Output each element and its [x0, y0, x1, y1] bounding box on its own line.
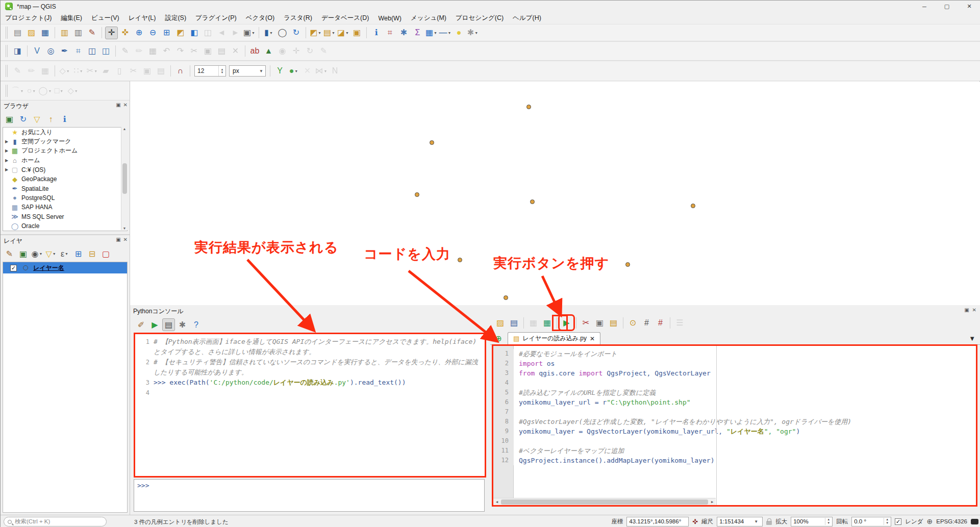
menu-データベースD[interactable]: データベース(D) — [317, 12, 374, 24]
vertex-tool-button[interactable]: ∷▼ — [72, 65, 85, 78]
add-vector-layer-button[interactable]: V — [31, 45, 43, 58]
field-calculator-button[interactable]: ⌗ — [384, 27, 396, 39]
paste-feature-button[interactable]: ▤ — [155, 65, 167, 78]
editor-tab-active[interactable]: ▤ レイヤーの読み込み.py ✕ — [508, 332, 600, 344]
locator-search-input[interactable]: 検索(Ctrl + K) — [4, 517, 107, 526]
statistical-summary-button[interactable]: Σ — [411, 27, 424, 39]
layer-row[interactable]: ✓ レイヤー名 — [3, 262, 127, 273]
layer-labeling-button[interactable]: ab — [248, 45, 261, 58]
select-features-button[interactable]: ◩▼ — [309, 27, 322, 39]
chevron-down-icon[interactable]: ▼ — [65, 252, 68, 256]
attribute-table-button[interactable]: ▦▼ — [425, 27, 438, 39]
new-bookmark-button[interactable]: ▮▼ — [262, 27, 275, 39]
menu-編集E[interactable]: 編集(E) — [56, 12, 87, 24]
collapse-all-button[interactable]: ⊟ — [86, 247, 98, 260]
paste-features-button[interactable]: ▤ — [215, 45, 228, 58]
maximize-button[interactable]: ▢ — [936, 1, 958, 12]
current-edits-button[interactable]: ✎ — [119, 45, 132, 58]
remove-layer-button[interactable]: ▢ — [99, 247, 112, 260]
layer-diagram-button[interactable]: ▲ — [262, 45, 275, 58]
ellipse-shape-button[interactable]: ◯▼ — [39, 85, 52, 97]
style-manager-button[interactable]: ✎ — [86, 27, 98, 39]
messages-balloon-icon[interactable] — [971, 519, 978, 524]
extent-toggle-icon[interactable]: ✜ — [692, 518, 698, 525]
deselect-all-button[interactable]: ◪▼ — [337, 27, 349, 39]
filter-legend-button[interactable]: ▽▼ — [44, 247, 57, 260]
copy-feature-button[interactable]: ▣ — [141, 65, 154, 78]
pan-to-selection-button[interactable]: ✜ — [119, 27, 132, 39]
chevron-down-icon[interactable]: ▼ — [66, 69, 70, 73]
toolbar-grip[interactable] — [6, 45, 9, 57]
cut-text-button[interactable]: ✂ — [580, 316, 592, 329]
chevron-down-icon[interactable]: ▼ — [74, 89, 78, 93]
layers-close-button[interactable]: ✕ — [123, 237, 128, 242]
chevron-down-icon[interactable]: ▼ — [754, 519, 760, 524]
chevron-down-icon[interactable]: ▼ — [252, 31, 255, 35]
browser-item-SpatiaLite[interactable]: ✒SpatiaLite — [3, 184, 127, 193]
pan-map-button[interactable]: ✛ — [105, 27, 118, 39]
add-postgis-layer-button[interactable]: ◫ — [86, 45, 98, 58]
current-edits-2-button[interactable]: ✎ — [11, 65, 24, 78]
zoom-in-button[interactable]: ⊕ — [133, 27, 145, 39]
clear-console-button[interactable]: ✐ — [135, 318, 147, 331]
processing-toolbox-button[interactable]: ✱ — [397, 27, 410, 39]
paste-text-button[interactable]: ▤ — [607, 316, 620, 329]
snapping-type-button[interactable]: Y — [273, 65, 286, 78]
refresh-browser-button[interactable]: ↻ — [17, 113, 30, 126]
pin-labels-button[interactable]: ◉ — [276, 45, 289, 58]
rectangle-shape-button[interactable]: □▼ — [53, 85, 65, 97]
copy-text-button[interactable]: ▣ — [593, 316, 606, 329]
filter-by-expression-button[interactable]: ε▼ — [58, 247, 71, 260]
toolbar-grip[interactable] — [6, 65, 9, 77]
temporal-controller-button[interactable]: ◯ — [276, 27, 289, 39]
chevron-down-icon[interactable]: ▼ — [94, 69, 97, 73]
console-close-button[interactable]: ✕ — [972, 307, 976, 313]
zoom-next-button[interactable]: ► — [229, 27, 242, 39]
console-options-button[interactable]: ✱ — [176, 318, 189, 331]
save-edits-button[interactable]: ▦ — [39, 65, 52, 78]
move-label-button[interactable]: ✛ — [290, 45, 303, 58]
open-data-source-manager-button[interactable]: ◨ — [11, 45, 24, 58]
spin-arrows-icon[interactable]: ▲▼ — [825, 518, 830, 524]
collapse-all-browser-button[interactable]: ↑ — [44, 113, 57, 126]
chevron-down-icon[interactable]: ▼ — [318, 31, 321, 35]
delete-selected-button[interactable]: ✕ — [229, 45, 242, 58]
add-delimited-text-layer-button[interactable]: ⌗ — [72, 45, 85, 58]
browser-item-GeoPackage[interactable]: ◆GeoPackage — [3, 174, 127, 184]
zoom-to-selection-button[interactable]: ◩ — [174, 27, 187, 39]
select-features-by-value-button[interactable]: ▤▼ — [323, 27, 336, 39]
browser-close-button[interactable]: ✕ — [123, 102, 128, 108]
menu-ラスタR[interactable]: ラスタ(R) — [279, 12, 317, 24]
redo-button[interactable]: ↷ — [174, 45, 187, 58]
render-checkbox[interactable]: ✓ — [895, 518, 901, 525]
zoom-native-button[interactable]: ◫ — [202, 27, 214, 39]
run-script-button[interactable]: ▶ — [560, 316, 573, 329]
select-all-button[interactable]: ▣ — [350, 27, 363, 39]
chevron-down-icon[interactable]: ▼ — [32, 89, 36, 93]
scroll-down-icon[interactable]: ▼ — [123, 227, 127, 230]
open-project-button[interactable]: ▨ — [25, 27, 38, 39]
tab-close-icon[interactable]: ✕ — [590, 335, 595, 342]
stream-digitizing-button[interactable]: N — [329, 65, 341, 78]
browser-item-ホーム[interactable]: ▶⌂ホーム — [3, 156, 127, 165]
add-selected-layers-button[interactable]: ▣ — [3, 113, 16, 126]
console-help-button[interactable]: ? — [190, 318, 203, 331]
browser-item-PostgreSQL[interactable]: ●PostgreSQL — [3, 193, 127, 203]
chevron-down-icon[interactable]: ▼ — [269, 31, 273, 35]
circular-string-button[interactable]: ⌒▼ — [11, 85, 24, 97]
tracing-button[interactable]: ⋈▼ — [315, 65, 328, 78]
regular-polygon-button[interactable]: ◇▼ — [66, 85, 79, 97]
expand-caret-icon[interactable]: ▶ — [3, 139, 10, 144]
chevron-down-icon[interactable]: ▼ — [80, 69, 83, 73]
menu-プロジェクトJ[interactable]: プロジェクト(J) — [1, 12, 56, 24]
scroll-right-icon[interactable]: ▶ — [709, 500, 716, 504]
chevron-down-icon[interactable]: ▼ — [48, 89, 52, 93]
browser-item-プロジェクトホーム[interactable]: ▶▦プロジェクトホーム — [3, 146, 127, 156]
lock-scale-icon[interactable] — [766, 521, 772, 525]
disable-snapping-button[interactable]: ✕ — [301, 65, 314, 78]
comment-code-button[interactable]: # — [640, 316, 653, 329]
save-script-button[interactable]: ▦ — [527, 316, 540, 329]
reshape-features-button[interactable]: ▰ — [99, 65, 112, 78]
new-script-button[interactable]: ⊕ — [493, 333, 504, 343]
open-script-button[interactable]: ▨ — [494, 316, 507, 329]
